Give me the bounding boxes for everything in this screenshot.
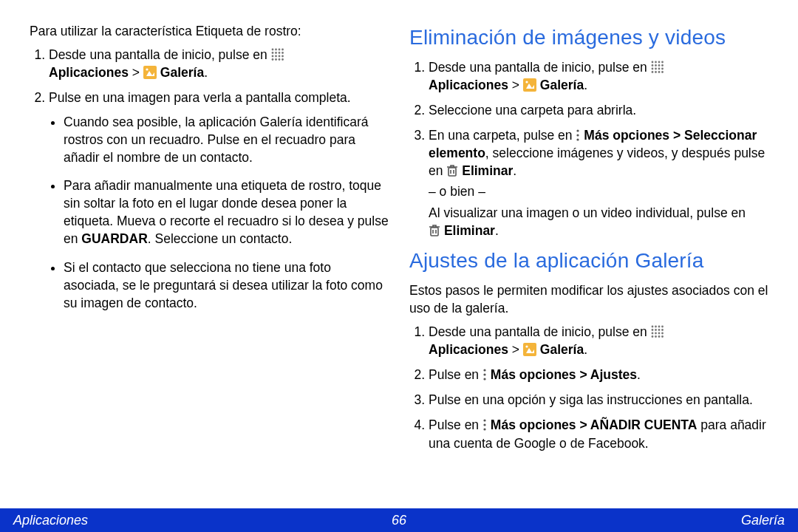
svg-point-0	[271, 49, 273, 51]
svg-point-59	[483, 369, 485, 371]
svg-point-44	[661, 325, 664, 327]
more-options-add-account-label: Más opciones > AÑADIR CUENTA	[491, 417, 698, 432]
step-text-a: Pulse en	[429, 367, 482, 382]
svg-point-27	[655, 67, 657, 69]
gallery-label: Galería	[540, 78, 584, 92]
svg-rect-40	[431, 228, 438, 236]
settings-intro: Estos pasos le permiten modificar los aj…	[409, 282, 768, 317]
dot: .	[495, 223, 499, 238]
svg-point-41	[651, 325, 653, 327]
guardar-label: GUARDAR	[81, 231, 147, 246]
apps-label: Aplicaciones	[429, 78, 508, 92]
gallery-icon	[523, 343, 536, 356]
svg-point-58	[525, 345, 528, 347]
svg-point-32	[658, 71, 660, 73]
svg-point-51	[658, 332, 660, 334]
alt-text-en	[429, 223, 444, 238]
bullet-text-b: . Seleccione un contacto.	[148, 231, 293, 246]
settings-steps: Desde una pantalla de inicio, pulse en A…	[409, 323, 768, 452]
heading-delete: Eliminación de imágenes y videos	[409, 24, 768, 52]
svg-point-50	[655, 332, 657, 334]
svg-point-28	[658, 67, 660, 69]
svg-point-6	[278, 52, 280, 54]
step-text-a: En una carpeta, pulse en	[429, 128, 576, 143]
or-separator: – o bien –	[429, 183, 768, 200]
sub-bullets: Cuando sea posible, la aplicación Galerí…	[49, 113, 389, 312]
svg-point-38	[577, 138, 579, 140]
svg-point-43	[658, 325, 660, 327]
svg-point-10	[278, 55, 280, 58]
s-step-4: Pulse en Más opciones > AÑADIR CUENTA pa…	[429, 416, 768, 451]
step-text: Desde una pantalla de inicio, pulse en	[429, 324, 651, 339]
step-text-a: Pulse en	[429, 417, 482, 432]
apps-label: Aplicaciones	[429, 342, 508, 357]
svg-point-33	[661, 71, 664, 73]
svg-point-46	[655, 329, 657, 331]
svg-point-53	[651, 335, 653, 338]
svg-point-35	[525, 81, 528, 83]
svg-point-3	[282, 49, 284, 51]
svg-point-54	[655, 335, 657, 338]
svg-point-20	[658, 61, 660, 63]
more-options-icon	[482, 368, 487, 381]
svg-point-48	[661, 329, 664, 331]
svg-point-11	[282, 55, 284, 58]
dot: .	[584, 342, 587, 357]
face-tag-steps: Desde una pantalla de inicio, pulse en A…	[30, 46, 389, 312]
more-options-icon	[576, 129, 580, 142]
svg-rect-39	[449, 168, 456, 176]
svg-point-17	[146, 69, 148, 71]
svg-point-21	[661, 61, 664, 63]
dot: .	[584, 78, 587, 92]
svg-point-52	[661, 332, 664, 334]
d-step-1: Desde una pantalla de inicio, pulse en A…	[429, 58, 768, 94]
delete-steps: Desde una pantalla de inicio, pulse en A…	[409, 58, 768, 239]
svg-point-23	[655, 64, 657, 66]
svg-point-37	[577, 134, 579, 136]
svg-point-2	[278, 49, 280, 51]
gallery-icon	[143, 66, 157, 79]
dot: .	[513, 163, 516, 178]
gallery-icon	[523, 78, 536, 92]
svg-point-12	[271, 58, 273, 61]
s-step-3: Pulse en una opción y siga las instrucci…	[429, 391, 768, 409]
gt: >	[508, 78, 523, 92]
svg-point-64	[483, 429, 485, 431]
trash-icon	[446, 164, 458, 177]
svg-point-24	[658, 64, 660, 66]
svg-point-36	[577, 129, 579, 132]
svg-point-26	[651, 67, 653, 69]
step-2: Pulse en una imagen para verla a pantall…	[49, 89, 389, 312]
apps-grid-icon	[271, 48, 284, 61]
delete-label: Eliminar	[444, 223, 495, 238]
dot: .	[637, 367, 641, 382]
face-tag-intro: Para utilizar la característica Etiqueta…	[30, 22, 389, 40]
apps-label: Aplicaciones	[49, 65, 129, 80]
svg-point-13	[275, 58, 277, 61]
d-step-2: Seleccione una carpeta para abrirla.	[429, 101, 768, 119]
svg-point-5	[275, 52, 277, 54]
d-step-3: En una carpeta, pulse en Más opciones > …	[429, 126, 768, 239]
svg-point-60	[483, 373, 485, 375]
right-column: Eliminación de imágenes y videos Desde u…	[409, 22, 768, 495]
page-footer: Aplicaciones 66 Galería	[0, 508, 798, 532]
svg-point-62	[483, 420, 485, 422]
heading-settings: Ajustes de la aplicación Galería	[409, 247, 768, 276]
svg-point-14	[278, 58, 280, 61]
svg-point-47	[658, 329, 660, 331]
s-step-2: Pulse en Más opciones > Ajustes.	[429, 366, 768, 383]
gallery-label: Galería	[540, 342, 584, 357]
svg-point-55	[658, 335, 660, 338]
step-1: Desde una pantalla de inicio, pulse en A…	[49, 46, 389, 81]
svg-point-18	[651, 61, 653, 63]
svg-point-9	[275, 55, 277, 58]
left-column: Para utilizar la característica Etiqueta…	[30, 22, 389, 495]
bullet-contact-photo: Si el contacto que selecciona no tiene u…	[64, 259, 389, 312]
delete-alt: Al visualizar una imagen o un video indi…	[429, 204, 768, 239]
gt: >	[129, 65, 143, 80]
gt: >	[508, 342, 523, 357]
apps-grid-icon	[651, 61, 664, 74]
svg-point-31	[655, 71, 657, 73]
apps-grid-icon	[651, 325, 664, 338]
more-options-settings-label: Más opciones > Ajustes	[491, 367, 637, 382]
